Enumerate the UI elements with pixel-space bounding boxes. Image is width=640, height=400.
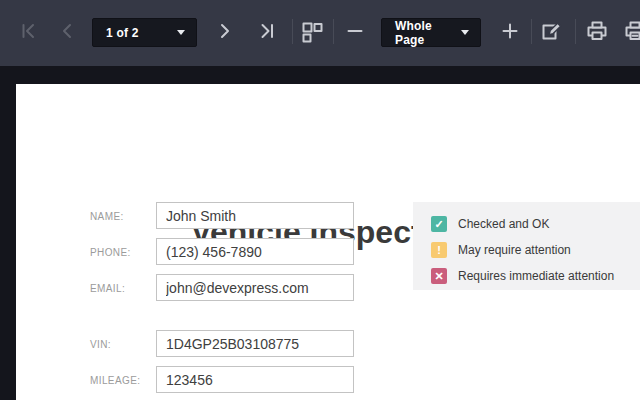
legend-item-warn: ! May require attention (431, 242, 571, 258)
cross-icon: ✕ (431, 268, 447, 284)
first-page-icon (14, 17, 42, 45)
print-button[interactable] (583, 17, 611, 45)
page-selector-value: 1 of 2 (106, 26, 139, 40)
highlight-editing-fields-icon (538, 17, 566, 45)
vin-field[interactable] (156, 330, 354, 357)
name-field[interactable] (156, 202, 354, 229)
status-legend: ✓ Checked and OK ! May require attention… (413, 202, 640, 290)
report-page: Vehicle Inspection Report NAME: PHONE: E… (16, 84, 640, 400)
zoom-out-button[interactable] (341, 17, 369, 45)
toolbar-separator (292, 19, 293, 44)
mileage-field[interactable] (156, 366, 354, 393)
first-page-button[interactable] (14, 17, 42, 45)
toolbar-separator (531, 19, 532, 44)
highlight-editing-fields-button[interactable] (538, 17, 566, 45)
print-page-button[interactable] (621, 17, 640, 45)
page-selector[interactable]: 1 of 2 (92, 18, 197, 47)
exclamation-icon: ! (431, 242, 447, 258)
legend-item-ok: ✓ Checked and OK (431, 216, 549, 232)
vin-label: VIN: (90, 339, 152, 350)
toolbar-separator (333, 19, 334, 44)
chevron-down-icon (461, 30, 469, 35)
phone-label: PHONE: (90, 247, 152, 258)
legend-label: May require attention (458, 243, 571, 257)
name-label: NAME: (90, 211, 152, 222)
zoom-selector[interactable]: Whole Page (381, 18, 481, 47)
previous-page-button[interactable] (53, 17, 81, 45)
print-page-icon (621, 17, 640, 45)
zoom-selector-value: Whole Page (395, 19, 461, 47)
last-page-button[interactable] (253, 17, 281, 45)
document-viewport: Vehicle Inspection Report NAME: PHONE: E… (0, 66, 640, 400)
viewer-toolbar: 1 of 2 (0, 0, 640, 66)
toolbar-separator (575, 19, 576, 44)
email-field[interactable] (156, 274, 354, 301)
legend-item-error: ✕ Requires immediate attention (431, 268, 614, 284)
last-page-icon (253, 17, 281, 45)
thumbnails-button[interactable] (298, 17, 326, 45)
print-icon (583, 17, 611, 45)
check-icon: ✓ (431, 216, 447, 232)
thumbnails-icon (298, 17, 326, 45)
previous-page-icon (53, 17, 81, 45)
report-viewer: 1 of 2 (0, 0, 640, 400)
email-label: EMAIL: (90, 283, 152, 294)
phone-field[interactable] (156, 238, 354, 265)
zoom-in-button[interactable] (496, 17, 524, 45)
mileage-label: MILEAGE: (90, 375, 152, 386)
legend-label: Requires immediate attention (458, 269, 614, 283)
zoom-in-icon (496, 17, 524, 45)
chevron-down-icon (177, 30, 185, 35)
next-page-button[interactable] (211, 17, 239, 45)
legend-label: Checked and OK (458, 217, 549, 231)
zoom-out-icon (341, 17, 369, 45)
next-page-icon (211, 17, 239, 45)
